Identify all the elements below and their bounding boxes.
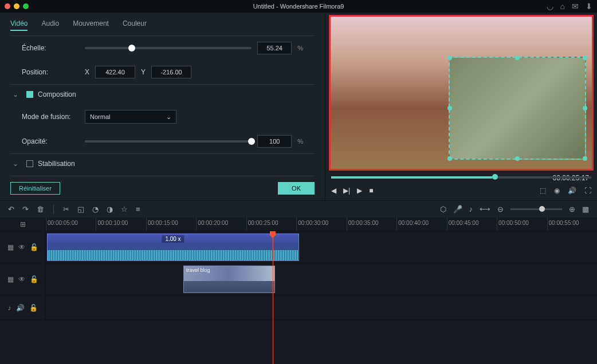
next-frame-button[interactable]: ▶| xyxy=(343,187,350,195)
clip-label: travel blog xyxy=(186,267,210,273)
x-label: X xyxy=(85,68,89,76)
prev-frame-button[interactable]: ◀ xyxy=(331,187,336,195)
lock-icon[interactable]: 🔓 xyxy=(30,243,38,251)
crop-icon[interactable]: ◱ xyxy=(77,205,84,213)
preview-viewport[interactable] xyxy=(329,15,594,171)
resize-handle[interactable] xyxy=(583,56,587,60)
lock-icon[interactable]: 🔓 xyxy=(30,275,38,283)
play-button[interactable]: ▶ xyxy=(357,187,362,195)
speed-icon[interactable]: ◔ xyxy=(92,205,99,213)
color-icon[interactable]: ◑ xyxy=(107,205,113,213)
mute-icon[interactable]: 🔊 xyxy=(16,304,25,312)
scale-input[interactable]: 55.24 xyxy=(257,42,292,54)
chevron-down-icon[interactable]: ⌄ xyxy=(13,90,22,98)
tab-video[interactable]: Vidéo xyxy=(10,17,28,31)
opacity-input[interactable]: 100 xyxy=(257,135,292,148)
window-controls xyxy=(5,3,29,9)
cut-icon[interactable]: ✂ xyxy=(63,205,69,213)
add-track-button[interactable]: ⊞ xyxy=(0,217,46,231)
effects-icon[interactable]: ☆ xyxy=(121,205,128,213)
visibility-icon[interactable]: 👁 xyxy=(18,243,25,251)
zoom-out-icon[interactable]: ⊖ xyxy=(497,205,504,213)
music-icon[interactable]: ♪ xyxy=(469,205,473,213)
mic-icon[interactable]: 🎤 xyxy=(453,205,462,213)
lock-icon[interactable]: 🔓 xyxy=(29,304,38,312)
blend-mode-select[interactable]: Normal ⌄ xyxy=(85,110,176,124)
display-icon[interactable]: ⬚ xyxy=(540,187,546,195)
time-tick: 00:00:20:00 xyxy=(196,217,246,231)
pip-overlay[interactable] xyxy=(449,57,586,160)
clip-speed[interactable]: 1.00 x xyxy=(162,235,184,243)
percent-symbol: % xyxy=(297,138,303,145)
playhead[interactable] xyxy=(273,231,273,364)
mail-icon[interactable]: ✉ xyxy=(572,2,579,11)
audio-track-icon: ♪ xyxy=(8,304,11,312)
snapshot-icon[interactable]: ◉ xyxy=(554,187,560,195)
window-title: Untitled - Wondershare Filmora9 xyxy=(253,3,344,10)
y-label: Y xyxy=(141,68,146,76)
tab-motion[interactable]: Mouvement xyxy=(73,17,109,31)
resize-handle[interactable] xyxy=(583,106,587,110)
composition-checkbox[interactable] xyxy=(26,91,33,98)
video-clip-1[interactable]: 1.00 x xyxy=(47,234,299,261)
blend-label: Mode de fusion: xyxy=(22,113,79,121)
chevron-down-icon: ⌄ xyxy=(166,113,171,121)
help-icon[interactable]: ⬇ xyxy=(586,2,592,11)
resize-handle[interactable] xyxy=(515,156,520,161)
fullscreen-icon[interactable]: ⛶ xyxy=(584,187,591,195)
properties-panel: Vidéo Audio Mouvement Couleur Échelle: 5… xyxy=(0,13,325,200)
stabilization-checkbox[interactable] xyxy=(26,160,33,167)
time-tick: 00:00:40:00 xyxy=(396,217,446,231)
resize-handle[interactable] xyxy=(447,56,452,60)
opacity-slider[interactable] xyxy=(85,140,252,143)
grid-icon[interactable]: ▦ xyxy=(582,205,589,213)
preview-panel: 00:00:25:17 ◀ ▶| ▶ ■ ⬚ ◉ 🔊 ⛶ xyxy=(325,13,597,200)
zoom-slider[interactable] xyxy=(510,208,562,210)
scale-slider[interactable] xyxy=(85,47,252,49)
time-tick: 00:00:55:00 xyxy=(547,217,597,231)
stop-button[interactable]: ■ xyxy=(369,187,373,195)
resize-handle[interactable] xyxy=(583,156,587,161)
reset-button[interactable]: Réinitialiser xyxy=(10,182,60,195)
resize-handle[interactable] xyxy=(515,56,520,60)
minimize-window[interactable] xyxy=(14,3,19,9)
time-tick: 00:00:25:00 xyxy=(246,217,296,231)
titlebar: Untitled - Wondershare Filmora9 ◡ ⌂ ✉ ⬇ xyxy=(0,0,597,13)
audio-track-header: ♪ 🔊 🔓 xyxy=(0,295,46,320)
position-x-input[interactable]: 422.40 xyxy=(95,66,135,78)
time-tick: 00:00:30:00 xyxy=(296,217,346,231)
marker-icon[interactable]: ⬡ xyxy=(440,205,446,213)
video-track-icon: ▦ xyxy=(7,275,14,283)
video-clip-2[interactable]: travel blog xyxy=(183,266,275,293)
close-window[interactable] xyxy=(5,3,10,9)
zoom-in-icon[interactable]: ⊕ xyxy=(569,205,575,213)
preview-scrubber[interactable] xyxy=(331,176,591,179)
delete-icon[interactable]: 🗑 xyxy=(37,205,44,213)
undo-icon[interactable]: ↶ xyxy=(8,205,14,213)
resize-handle[interactable] xyxy=(447,106,452,110)
tab-audio[interactable]: Audio xyxy=(41,17,59,31)
percent-symbol: % xyxy=(297,45,303,52)
redo-icon[interactable]: ↷ xyxy=(22,205,29,213)
volume-icon[interactable]: 🔊 xyxy=(568,187,576,195)
composition-label: Composition xyxy=(38,90,76,98)
chevron-down-icon[interactable]: ⌄ xyxy=(13,160,22,168)
settings-icon[interactable]: ≡ xyxy=(136,205,140,213)
fit-icon[interactable]: ⟷ xyxy=(480,205,490,213)
time-tick: 00:00:35:00 xyxy=(347,217,396,231)
ok-button[interactable]: OK xyxy=(278,182,315,195)
user-icon[interactable]: ◡ xyxy=(547,2,553,11)
timeline: ⊞ 00:00:05:0000:00:10:0000:00:15:0000:00… xyxy=(0,217,597,364)
blend-value: Normal xyxy=(90,113,110,120)
time-tick: 00:00:05:00 xyxy=(46,217,96,231)
video-track-2-header: ▦ 👁 🔓 xyxy=(0,263,46,295)
stabilization-label: Stabilisation xyxy=(38,160,75,168)
opacity-label: Opacité: xyxy=(22,137,79,145)
maximize-window[interactable] xyxy=(23,3,29,9)
time-ruler[interactable]: 00:00:05:0000:00:10:0000:00:15:0000:00:2… xyxy=(46,217,597,231)
position-y-input[interactable]: -216.00 xyxy=(151,66,191,78)
cart-icon[interactable]: ⌂ xyxy=(560,2,565,11)
resize-handle[interactable] xyxy=(447,156,452,161)
tab-color[interactable]: Couleur xyxy=(123,17,147,31)
visibility-icon[interactable]: 👁 xyxy=(18,275,25,283)
